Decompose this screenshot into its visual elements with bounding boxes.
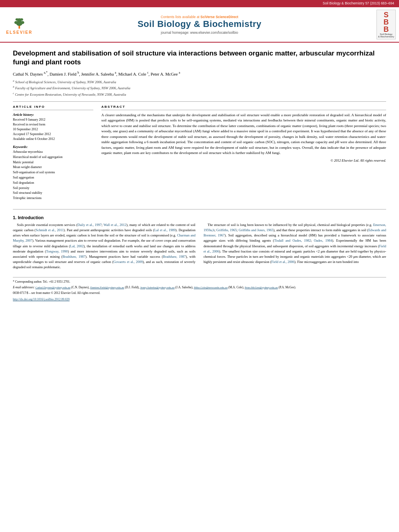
sbb-logo-area: SBB Soil Biology& Biochemistry — [364, 10, 396, 39]
authors-line: Cathal N. Daynes a,*, Damien J. Field b,… — [13, 71, 386, 76]
available-date: Available online 6 October 2012 — [13, 137, 93, 142]
elsevier-text: ELSEVIER — [6, 30, 32, 35]
intro-section: 1. Introduction Soils provide essential … — [13, 215, 386, 273]
ref-lal-1989[interactable]: Lal et al., 1989 — [154, 228, 175, 232]
journal-title: Soil Biology & Biochemistry — [35, 19, 364, 29]
affil-c: Centre for Ecosystem Restoration, Univer… — [15, 92, 126, 96]
svg-rect-0 — [19, 25, 20, 29]
intro-right-col: The structure of soil is long been known… — [204, 222, 386, 273]
ref-wall-2012[interactable]: Wall et al., 2012 — [103, 223, 126, 227]
keyword-9: Soil structural stability — [13, 191, 93, 196]
ref-griffiths-jones[interactable]: Griffiths and Jones, 1965 — [239, 228, 273, 232]
accepted-date: Accepted 17 September 2012 — [13, 132, 93, 137]
article-title: Development and stabilisation of soil st… — [13, 49, 386, 67]
article-info-col: Article info Article history: Received 9… — [13, 105, 93, 204]
received-revised-date: 10 September 2012 — [13, 127, 93, 132]
keyword-2: Hierarchical model of soil aggregation — [13, 155, 93, 160]
page-wrapper: Soil Biology & Biochemistry 57 (2013) 68… — [0, 0, 399, 310]
journal-header: ELSEVIER Contents lists available at Sci… — [0, 6, 399, 43]
elsevier-logo: ELSEVIER — [3, 15, 35, 35]
section-number: 1. — [13, 215, 16, 220]
top-bar: Soil Biology & Biochemistry 57 (2013) 68… — [0, 0, 399, 6]
keyword-6: Soil aggregation — [13, 175, 93, 181]
ref-field-2006-2[interactable]: Field et al., 2006 — [271, 260, 294, 264]
keyword-3: Matric potential — [13, 160, 93, 165]
divider-1 — [13, 101, 386, 102]
journal-homepage: journal homepage: www.elsevier.com/locat… — [35, 31, 364, 35]
intro-left-text: Soils provide essential ecosystem servic… — [13, 222, 195, 270]
section-title-intro: 1. Introduction — [13, 215, 386, 220]
doi-link[interactable]: http://dx.doi.org/10.1016/j.soilbio.2012… — [13, 298, 70, 301]
abstract-text: A clearer understanding of the mechanism… — [101, 113, 386, 156]
email-daynes[interactable]: Cathal.Daynes@sydney.edu.au — [35, 286, 70, 289]
ref-griffiths-1965[interactable]: Griffiths, 1965 — [216, 228, 237, 232]
sciverse-link-text[interactable]: SciVerse ScienceDirect — [200, 15, 238, 19]
ref-charman-murphy[interactable]: Charman and Murphy, 2007 — [13, 233, 195, 242]
article-info-abstract-cols: Article info Article history: Received 9… — [13, 105, 386, 204]
divider-2 — [13, 209, 386, 210]
history-label: Article history: — [13, 113, 93, 117]
email-cole[interactable]: Mike.Cole@newcastle.edu.au — [194, 286, 228, 289]
journal-ref: Soil Biology & Biochemistry 57 (2013) 68… — [323, 1, 394, 5]
sbb-subtitle: Soil Biology& Biochemistry — [378, 33, 394, 38]
ref-govaerts[interactable]: Govaerts et al., 2009 — [113, 260, 143, 264]
keyword-8: Soil porosity — [13, 186, 93, 191]
ref-tongway[interactable]: Tongway, 1990 — [46, 249, 68, 253]
received-date: Received 9 January 2012 — [13, 117, 93, 122]
received-revised-label: Received in revised form — [13, 122, 93, 127]
ref-bradshaw-1987-2[interactable]: Bradshaw, 1987 — [163, 255, 186, 259]
intro-left-col: Soils provide essential ecosystem servic… — [13, 222, 195, 273]
keywords-group: Keywords: Arbuscular mycorrhiza Hierarch… — [13, 145, 93, 201]
abstract-col: Abstract A clearer understanding of the … — [101, 105, 386, 204]
article-content: Development and stabilisation of soil st… — [0, 43, 399, 310]
ref-schmidt-2011[interactable]: Schmidt et al., 2011 — [36, 228, 64, 232]
email-mcgee[interactable]: Peter.McGee@sydney.edu.au — [245, 286, 278, 289]
elsevier-tree-icon — [12, 15, 27, 30]
article-info-heading: Article info — [13, 105, 93, 110]
affil-a: School of Biological Sciences, Universit… — [15, 80, 116, 84]
sbb-logo-box: SBB Soil Biology& Biochemistry — [376, 10, 396, 39]
issn-line: 0038-0717/$ – see front matter © 2012 El… — [13, 291, 386, 296]
sciencedirect-link: Contents lists available at SciVerse Sci… — [35, 15, 364, 19]
ref-daily-1997[interactable]: Daily et al., 1997 — [78, 223, 102, 227]
corresponding-note: * Corresponding author. Tel.: +61 2 9351… — [13, 280, 386, 284]
affil-b: Faculty of Agriculture and Environment, … — [15, 86, 130, 90]
keyword-10: Tritrophic interactions — [13, 196, 93, 201]
svg-point-5 — [16, 18, 19, 21]
where-added-text: where added — [211, 129, 229, 133]
svg-point-6 — [20, 18, 23, 21]
keywords-label: Keywords: — [13, 145, 93, 149]
keyword-5: Self-organisation of soil systems — [13, 170, 93, 175]
sbb-icon: SBB — [378, 11, 394, 33]
intro-right-text: The structure of soil is long been known… — [204, 222, 386, 265]
intro-body-cols: Soils provide essential ecosystem servic… — [13, 222, 386, 273]
footnote-section: * Corresponding author. Tel.: +61 2 9351… — [13, 277, 386, 302]
email-note: E-mail addresses: Cathal.Daynes@sydney.e… — [13, 286, 386, 290]
ref-lal-2002[interactable]: Lal, 2002 — [70, 244, 84, 248]
email-field[interactable]: Damien.Field@sydney.edu.au — [90, 286, 124, 289]
ref-field-2006-1[interactable]: Field et al., 2006 — [204, 244, 386, 253]
abstract-copyright: © 2012 Elsevier Ltd. All rights reserved… — [101, 158, 386, 162]
affiliations: a School of Biological Sciences, Univers… — [13, 79, 386, 97]
abstract-heading: Abstract — [101, 105, 386, 110]
keyword-1: Arbuscular mycorrhiza — [13, 150, 93, 155]
history-group: Article history: Received 9 January 2012… — [13, 113, 93, 142]
journal-center-info: Contents lists available at SciVerse Sci… — [35, 15, 364, 35]
keyword-4: Mean weight diameter — [13, 165, 93, 170]
doi-line: http://dx.doi.org/10.1016/j.soilbio.2012… — [13, 298, 386, 302]
keywords-list: Arbuscular mycorrhiza Hierarchical model… — [13, 150, 93, 201]
keyword-7: Soil degradation — [13, 181, 93, 186]
email-saleeba[interactable]: Jenny.Saleeba@sydney.edu.au — [140, 286, 175, 289]
ref-tisdall-oades[interactable]: Tisdall and Oades, 1982 — [274, 238, 311, 242]
ref-oades-1984[interactable]: Oades, 1984 — [314, 238, 332, 242]
ref-bradshaw-1987-1[interactable]: Bradshaw, 1987 — [62, 255, 85, 259]
